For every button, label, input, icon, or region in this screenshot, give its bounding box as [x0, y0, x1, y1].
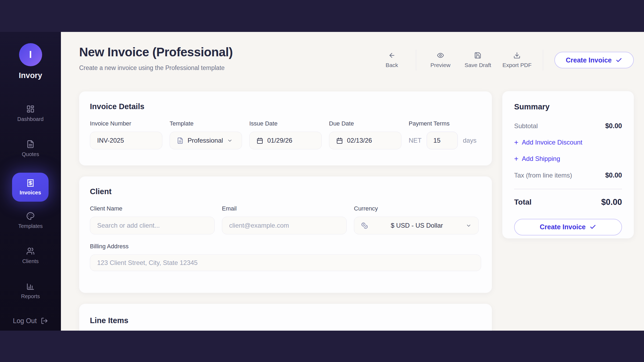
- page-title: New Invoice (Professional): [79, 45, 233, 59]
- summary-card: Summary Subtotal $0.00 + Add Invoice Dis…: [502, 91, 634, 238]
- invoices-receipt-icon: [26, 179, 35, 187]
- add-discount-label: Add Invoice Discount: [522, 139, 582, 146]
- line-items-heading: Line Items: [90, 316, 481, 325]
- invoice-number-field: Invoice Number: [90, 120, 162, 149]
- sidebar: I Invory Dashboard Quotes Invoices Templ…: [0, 32, 61, 331]
- billing-address-field: Billing Address: [90, 243, 481, 271]
- create-invoice-button[interactable]: Create Invoice: [554, 52, 634, 68]
- client-fields: Client Name Email Currency $ USD - US Do…: [90, 205, 481, 234]
- payment-terms-field: Payment Terms NET days: [409, 120, 477, 149]
- brand-logo: I: [19, 43, 42, 66]
- billing-address-input[interactable]: [90, 254, 481, 271]
- total-row: Total $0.00: [514, 197, 622, 207]
- summary-heading: Summary: [514, 102, 622, 111]
- sidebar-item-clients[interactable]: Clients: [0, 247, 61, 264]
- issue-date-field: Issue Date 01/29/26: [249, 120, 322, 149]
- save-icon: [474, 52, 481, 59]
- payment-terms-input[interactable]: [427, 132, 458, 149]
- payment-terms-label: Payment Terms: [409, 120, 477, 127]
- add-discount-link[interactable]: + Add Invoice Discount: [514, 139, 622, 146]
- email-field: Email: [222, 205, 347, 234]
- template-label: Template: [170, 120, 242, 127]
- template-value: Professional: [188, 137, 223, 144]
- clients-users-icon: [26, 247, 35, 255]
- save-draft-button[interactable]: Save Draft: [464, 52, 491, 68]
- export-pdf-button[interactable]: Export PDF: [502, 52, 532, 68]
- invoice-details-heading: Invoice Details: [90, 102, 481, 111]
- plus-icon: +: [514, 139, 518, 146]
- actions-divider: [543, 50, 543, 71]
- sidebar-item-quotes[interactable]: Quotes: [0, 140, 61, 157]
- reports-chart-icon: [26, 282, 35, 290]
- logout-icon: [41, 317, 48, 324]
- check-icon: [590, 224, 596, 230]
- due-date-label: Due Date: [329, 120, 401, 127]
- sidebar-item-templates[interactable]: Templates: [0, 212, 61, 229]
- chevron-down-icon: [227, 138, 233, 143]
- email-label: Email: [222, 205, 347, 212]
- client-name-input[interactable]: [90, 217, 215, 234]
- issue-date-label: Issue Date: [249, 120, 322, 127]
- create-invoice-button-summary[interactable]: Create Invoice: [514, 219, 622, 235]
- chevron-down-icon: [466, 223, 471, 228]
- net-prefix: NET: [409, 137, 422, 144]
- arrow-left-icon: [388, 52, 396, 59]
- sidebar-item-label: Quotes: [22, 151, 39, 157]
- templates-palette-icon: [26, 212, 35, 220]
- create-invoice-label: Create Invoice: [540, 223, 586, 231]
- invoice-details-card: Invoice Details Invoice Number Template …: [79, 91, 492, 165]
- issue-date-value: 01/29/26: [267, 137, 292, 144]
- days-suffix: days: [463, 137, 477, 144]
- client-name-label: Client Name: [90, 205, 215, 212]
- logout-button[interactable]: Log Out: [0, 317, 61, 325]
- tax-row: Tax (from line items) $0.00: [514, 171, 622, 179]
- billing-address-label: Billing Address: [90, 243, 481, 250]
- preview-label: Preview: [430, 62, 451, 68]
- preview-button[interactable]: Preview: [427, 52, 453, 68]
- add-shipping-label: Add Shipping: [522, 155, 560, 162]
- calendar-icon: [257, 137, 263, 144]
- quotes-icon: [26, 140, 35, 148]
- line-items-card: Line Items: [79, 304, 492, 331]
- due-date-input[interactable]: 02/13/26: [329, 132, 401, 149]
- sidebar-item-invoices-active[interactable]: Invoices: [12, 173, 49, 202]
- coins-icon: [361, 222, 368, 229]
- invoice-number-label: Invoice Number: [90, 120, 162, 127]
- check-icon: [616, 57, 622, 64]
- sidebar-item-dashboard[interactable]: Dashboard: [0, 105, 61, 122]
- client-heading: Client: [90, 187, 481, 196]
- invoice-number-input[interactable]: [90, 132, 162, 149]
- total-value: $0.00: [601, 197, 622, 207]
- sidebar-item-label: Reports: [21, 293, 40, 300]
- download-icon: [513, 52, 521, 59]
- summary-divider: [514, 189, 622, 189]
- total-label: Total: [514, 198, 532, 206]
- file-text-icon: [177, 137, 184, 144]
- currency-label: Currency: [354, 205, 479, 212]
- sidebar-item-reports[interactable]: Reports: [0, 282, 61, 300]
- sidebar-item-label: Clients: [22, 258, 39, 264]
- issue-date-input[interactable]: 01/29/26: [249, 132, 322, 149]
- save-draft-label: Save Draft: [464, 62, 491, 68]
- page-subtitle: Create a new invoice using the Professio…: [79, 64, 233, 72]
- add-shipping-link[interactable]: + Add Shipping: [514, 155, 622, 162]
- email-input[interactable]: [222, 217, 347, 234]
- sidebar-item-label: Invoices: [20, 190, 41, 196]
- due-date-value: 02/13/26: [347, 137, 372, 144]
- subtotal-value: $0.00: [605, 122, 622, 130]
- template-field: Template Professional: [170, 120, 242, 149]
- tax-label: Tax (from line items): [514, 172, 572, 179]
- currency-select[interactable]: $ USD - US Dollar: [354, 217, 479, 234]
- client-name-field: Client Name: [90, 205, 215, 234]
- calendar-icon: [336, 137, 343, 144]
- tax-value: $0.00: [605, 171, 622, 179]
- currency-value: $ USD - US Dollar: [372, 222, 462, 229]
- page-header: New Invoice (Professional) Create a new …: [79, 45, 233, 72]
- template-select[interactable]: Professional: [170, 132, 242, 149]
- sidebar-item-label: Templates: [18, 223, 43, 229]
- eye-icon: [437, 52, 444, 59]
- subtotal-row: Subtotal $0.00: [514, 122, 622, 130]
- payment-terms-group: NET days: [409, 132, 477, 149]
- client-card: Client Client Name Email Currency $ USD …: [79, 176, 492, 293]
- back-button[interactable]: Back: [379, 52, 405, 68]
